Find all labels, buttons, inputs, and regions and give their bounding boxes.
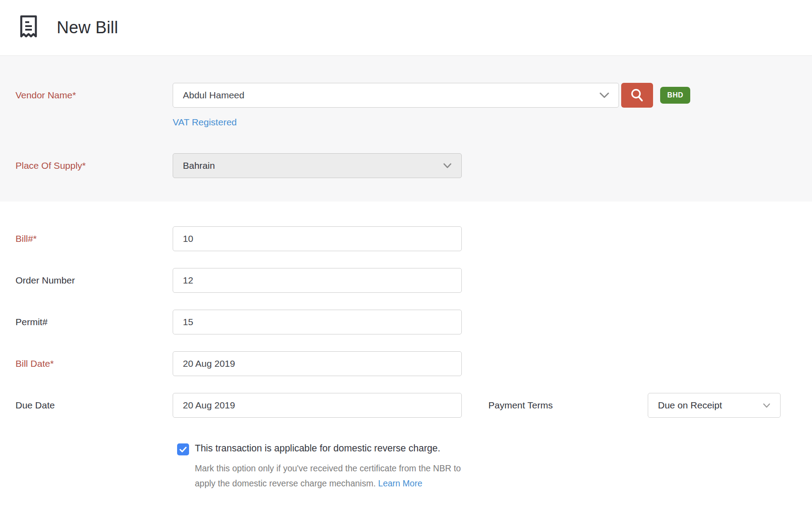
- bill-date-label: Bill Date*: [15, 358, 173, 369]
- reverse-charge-helper: Mark this option only if you've received…: [177, 461, 812, 491]
- helper-line-1: Mark this option only if you've received…: [195, 463, 461, 473]
- vendor-search-button[interactable]: [621, 83, 653, 108]
- payment-terms-value: Due on Receipt: [658, 400, 722, 411]
- permit-number-row: Permit#: [0, 310, 812, 334]
- currency-badge: BHD: [660, 87, 690, 104]
- learn-more-link[interactable]: Learn More: [378, 478, 422, 488]
- place-of-supply-label: Place Of Supply*: [15, 160, 173, 171]
- place-of-supply-row: Place Of Supply* Bahrain: [0, 153, 812, 178]
- due-date-input[interactable]: [173, 393, 462, 418]
- bill-number-input[interactable]: [173, 226, 462, 251]
- bill-receipt-icon: [18, 14, 39, 42]
- order-number-label: Order Number: [15, 275, 173, 286]
- order-number-input[interactable]: [173, 268, 462, 293]
- vendor-name-row: Vendor Name* BHD: [0, 83, 812, 108]
- due-date-label: Due Date: [15, 400, 173, 411]
- vendor-name-combobox: [173, 83, 619, 108]
- due-date-row: Due Date Payment Terms Due on Receipt: [0, 393, 812, 418]
- vendor-name-input[interactable]: [173, 83, 619, 108]
- page-title: New Bill: [57, 18, 118, 37]
- bill-details-section: Bill#* Order Number Permit# Bill Date* D…: [0, 202, 812, 491]
- payment-terms-label: Payment Terms: [488, 400, 648, 411]
- vat-registered-link[interactable]: VAT Registered: [173, 117, 237, 128]
- vendor-section: Vendor Name* BHD VAT Registered Place Of…: [0, 56, 812, 202]
- checkmark-icon: [179, 447, 187, 453]
- order-number-row: Order Number: [0, 268, 812, 293]
- reverse-charge-checkbox[interactable]: [177, 443, 189, 455]
- reverse-charge-label: This transaction is applicable for domes…: [195, 443, 440, 454]
- vendor-name-label: Vendor Name*: [15, 90, 173, 101]
- page-header: New Bill: [0, 0, 812, 56]
- payment-terms-select[interactable]: Due on Receipt: [648, 393, 781, 418]
- bill-number-row: Bill#*: [0, 226, 812, 251]
- place-of-supply-select[interactable]: Bahrain: [173, 153, 462, 178]
- chevron-down-icon: [443, 163, 452, 168]
- place-of-supply-value: Bahrain: [183, 160, 215, 171]
- reverse-charge-block: This transaction is applicable for domes…: [0, 443, 812, 491]
- bill-date-input[interactable]: [173, 351, 462, 376]
- bill-date-row: Bill Date*: [0, 351, 812, 376]
- permit-number-label: Permit#: [15, 317, 173, 327]
- search-icon: [630, 88, 645, 103]
- helper-line-2: apply the domestic reverse charge mechan…: [195, 478, 376, 488]
- permit-number-input[interactable]: [173, 310, 462, 334]
- chevron-down-icon: [763, 403, 770, 408]
- vat-registered-block: VAT Registered: [0, 108, 812, 128]
- bill-number-label: Bill#*: [15, 233, 173, 244]
